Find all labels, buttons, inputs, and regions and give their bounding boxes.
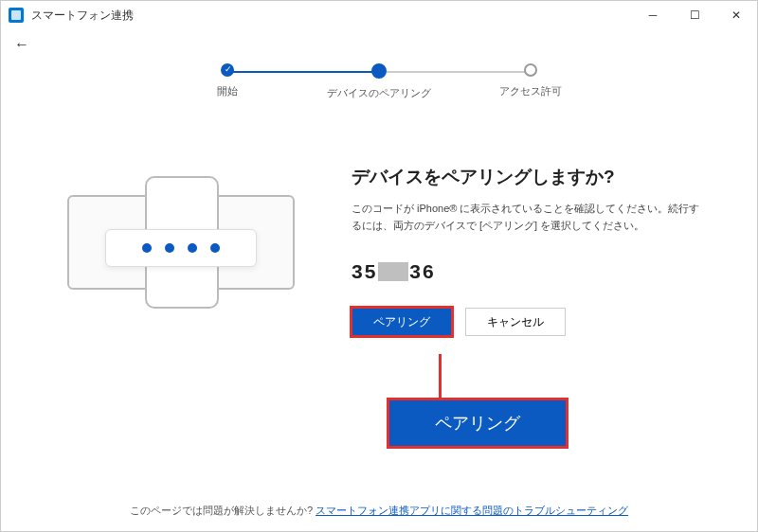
step-pairing-label: デバイスのペアリング — [327, 86, 431, 100]
progress-stepper: 開始 デバイスのペアリング アクセス許可 — [1, 63, 757, 100]
pairing-code-part1: 35 — [352, 260, 377, 283]
window-controls: ─ ☐ ✕ — [632, 1, 757, 29]
footer-text: このページでは問題が解決しませんか? — [130, 505, 316, 516]
code-dot-icon — [142, 243, 152, 253]
button-row: ペアリング キャンセル — [352, 308, 710, 336]
devices-illustration — [48, 157, 314, 473]
callout-pair-label: ペアリング — [387, 398, 568, 449]
window-title: スマートフォン連携 — [31, 8, 134, 24]
back-row: ← — [1, 29, 757, 60]
code-dot-icon — [210, 243, 220, 253]
pairing-code: 35 36 — [352, 260, 710, 283]
step-start-label: 開始 — [217, 84, 238, 98]
close-button[interactable]: ✕ — [715, 1, 757, 29]
pairing-description: このコードが iPhone® に表示されていることを確認してください。続行するに… — [352, 201, 710, 234]
callout-connector — [439, 354, 442, 399]
maximize-button[interactable]: ☐ — [674, 1, 715, 29]
step-start-circle — [221, 63, 234, 77]
code-dot-icon — [188, 243, 197, 253]
minimize-button[interactable]: ─ — [632, 1, 674, 29]
step-start: 開始 — [152, 63, 303, 98]
step-permissions: アクセス許可 — [455, 63, 606, 98]
pairing-code-redacted — [378, 262, 408, 281]
pairing-code-part2: 36 — [409, 260, 435, 283]
connector-2 — [379, 71, 531, 73]
step-pairing: デバイスのペアリング — [303, 63, 455, 100]
step-permissions-circle — [524, 63, 537, 77]
pair-button[interactable]: ペアリング — [352, 308, 452, 336]
troubleshoot-link[interactable]: スマートフォン連携アプリに関する問題のトラブルシューティング — [316, 505, 628, 516]
cancel-button[interactable]: キャンセル — [465, 308, 566, 336]
app-icon — [9, 8, 24, 23]
code-bubble-icon — [105, 229, 257, 267]
connector-1 — [227, 71, 379, 73]
code-dot-icon — [165, 243, 174, 253]
footer: このページでは問題が解決しませんか? スマートフォン連携アプリに関する問題のトラ… — [1, 492, 757, 531]
content-area: デバイスをペアリングしますか? このコードが iPhone® に表示されているこ… — [1, 100, 757, 492]
step-permissions-label: アクセス許可 — [499, 84, 562, 98]
step-pairing-circle — [371, 63, 387, 79]
pairing-heading: デバイスをペアリングしますか? — [352, 165, 710, 189]
back-button[interactable]: ← — [12, 35, 31, 54]
titlebar: スマートフォン連携 ─ ☐ ✕ — [1, 1, 757, 29]
app-window: スマートフォン連携 ─ ☐ ✕ ← 開始 デバイスのペアリング アクセス許可 — [0, 0, 758, 532]
